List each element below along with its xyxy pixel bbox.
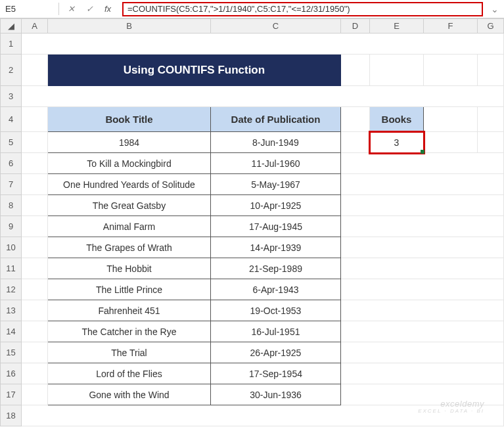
cell[interactable] [22,363,48,384]
book-title-cell[interactable]: Animal Farm [48,216,211,237]
cell[interactable] [478,55,504,86]
book-title-cell[interactable]: Fahrenheit 451 [48,300,211,321]
cell[interactable] [22,195,48,216]
cell[interactable] [22,300,48,321]
book-title-cell[interactable]: One Hundred Yeards of Solitude [48,174,211,195]
row-header-5[interactable]: 5 [1,132,22,153]
cell[interactable] [22,132,48,153]
cell[interactable] [424,132,478,153]
book-title-cell[interactable]: The Catcher in the Rye [48,321,211,342]
row-header-7[interactable]: 7 [1,174,22,195]
date-cell[interactable]: 14-Apr-1939 [211,237,341,258]
fx-icon[interactable]: fx [103,4,113,14]
cell[interactable] [341,174,504,195]
row-header-12[interactable]: 12 [1,279,22,300]
column-headers[interactable]: ◢ A B C D E F G [1,19,504,34]
date-cell[interactable]: 16-Jul-1951 [211,321,341,342]
cell[interactable] [22,384,48,405]
date-cell[interactable]: 5-May-1967 [211,174,341,195]
cell[interactable] [22,321,48,342]
date-cell[interactable]: 11-Jul-1960 [211,153,341,174]
cell[interactable] [341,321,504,342]
date-cell[interactable]: 19-Oct-1953 [211,300,341,321]
date-cell[interactable]: 21-Sep-1989 [211,258,341,279]
cell[interactable] [22,86,504,107]
col-header-B[interactable]: B [48,19,211,34]
row-header-10[interactable]: 10 [1,237,22,258]
row-header-14[interactable]: 14 [1,321,22,342]
select-all-corner[interactable]: ◢ [1,19,22,34]
expand-formula-bar-icon[interactable]: ⌄ [486,4,504,14]
cell[interactable] [341,107,370,132]
books-result-cell[interactable]: 3 [370,132,424,153]
cell[interactable] [424,55,478,86]
cell[interactable] [341,55,370,86]
book-title-cell[interactable]: Gone with the Wind [48,384,211,405]
row-header-3[interactable]: 3 [1,86,22,107]
book-title-cell[interactable]: To Kill a Mockingbird [48,153,211,174]
col-header-C[interactable]: C [211,19,341,34]
enter-icon[interactable]: ✓ [84,4,95,14]
date-cell[interactable]: 8-Jun-1949 [211,132,341,153]
col-header-F[interactable]: F [424,19,478,34]
book-title-cell[interactable]: The Trial [48,342,211,363]
book-title-cell[interactable]: Lord of the Flies [48,363,211,384]
book-title-cell[interactable]: The Great Gatsby [48,195,211,216]
cell[interactable] [341,258,504,279]
cell[interactable] [22,237,48,258]
cancel-icon[interactable]: ✕ [66,4,76,14]
cell[interactable] [341,363,504,384]
cell[interactable] [22,34,504,55]
cell[interactable] [22,55,48,86]
row-header-4[interactable]: 4 [1,107,22,132]
row-header-9[interactable]: 9 [1,216,22,237]
row-header-13[interactable]: 13 [1,300,22,321]
cell[interactable] [370,55,424,86]
cell[interactable] [424,107,478,132]
row-header-18[interactable]: 18 [1,405,22,426]
cell[interactable] [341,300,504,321]
cell[interactable] [478,107,504,132]
cell[interactable] [341,342,504,363]
cell[interactable] [341,132,370,153]
cell[interactable] [22,258,48,279]
cell[interactable] [22,174,48,195]
date-cell[interactable]: 17-Aug-1945 [211,216,341,237]
watermark: exceldemy EXCEL · DATA · BI [418,399,484,415]
book-title-cell[interactable]: The Hobbit [48,258,211,279]
cell[interactable] [341,237,504,258]
row-header-1[interactable]: 1 [1,34,22,55]
row-header-8[interactable]: 8 [1,195,22,216]
col-header-D[interactable]: D [341,19,370,34]
row-header-11[interactable]: 11 [1,258,22,279]
cell[interactable] [22,279,48,300]
date-cell[interactable]: 6-Apr-1943 [211,279,341,300]
row-header-15[interactable]: 15 [1,342,22,363]
row-header-6[interactable]: 6 [1,153,22,174]
book-title-cell[interactable]: 1984 [48,132,211,153]
book-title-cell[interactable]: The Little Prince [48,279,211,300]
row-header-2[interactable]: 2 [1,55,22,86]
col-header-A[interactable]: A [22,19,48,34]
cell[interactable] [478,132,504,153]
spreadsheet-grid[interactable]: ◢ A B C D E F G 1 2 Using COUNTIFS Funct… [0,18,504,426]
row-header-17[interactable]: 17 [1,384,22,405]
date-cell[interactable]: 26-Apr-1925 [211,342,341,363]
col-header-E[interactable]: E [370,19,424,34]
book-title-cell[interactable]: The Grapes of Wrath [48,237,211,258]
cell[interactable] [22,107,48,132]
cell[interactable] [341,216,504,237]
cell[interactable] [341,195,504,216]
date-cell[interactable]: 30-Jun-1936 [211,384,341,405]
cell[interactable] [341,153,504,174]
col-header-G[interactable]: G [478,19,504,34]
formula-input[interactable]: =COUNTIFS(C5:C17,">1/1/1940",C5:C17,"<=1… [122,2,483,16]
date-cell[interactable]: 10-Apr-1925 [211,195,341,216]
date-cell[interactable]: 17-Sep-1954 [211,363,341,384]
cell[interactable] [22,216,48,237]
name-box[interactable]: E5 [0,3,59,15]
cell[interactable] [341,279,504,300]
cell[interactable] [22,153,48,174]
row-header-16[interactable]: 16 [1,363,22,384]
cell[interactable] [22,342,48,363]
